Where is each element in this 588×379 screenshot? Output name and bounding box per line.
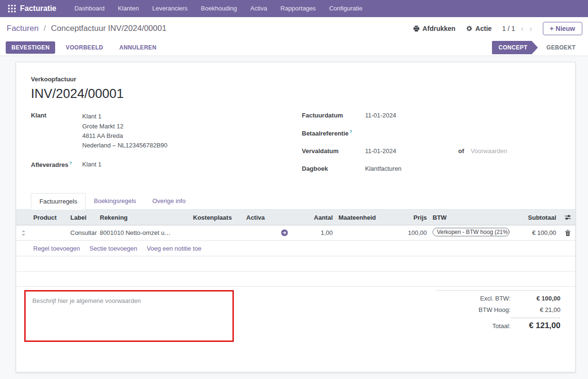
- header-kostenplaats[interactable]: Kostenplaats: [190, 214, 243, 221]
- table-footer-links: Regel toevoegen Sectie toevoegen Voeg ee…: [16, 241, 575, 256]
- header-btw[interactable]: BTW: [430, 214, 511, 221]
- optional-columns-button[interactable]: [559, 214, 576, 221]
- header-prijs[interactable]: Prijs: [389, 214, 430, 221]
- factuurdatum-value[interactable]: 11-01-2024: [365, 112, 396, 119]
- statusbar-stages: CONCEPT GEBOEKT: [492, 41, 582, 54]
- cancel-button[interactable]: ANNULEREN: [114, 41, 162, 54]
- stage-concept[interactable]: CONCEPT: [492, 41, 538, 54]
- breadcrumb-parent-link[interactable]: Facturen: [7, 24, 39, 33]
- pager: 1 / 1 ‹ ›: [502, 24, 532, 33]
- stage-geboekt[interactable]: GEBOEKT: [540, 41, 582, 54]
- add-section-link[interactable]: Sectie toevoegen: [89, 245, 137, 252]
- nav-item-configuratie[interactable]: Configuratie: [324, 0, 367, 17]
- total-row-tax: BTW Hoog: € 21,00: [436, 306, 560, 313]
- print-button[interactable]: Afdrukken: [413, 25, 455, 32]
- pager-previous-icon[interactable]: ‹: [521, 24, 524, 33]
- total-value: € 121,00: [511, 318, 560, 330]
- klant-label: Klant: [31, 112, 82, 150]
- vervaldatum-value[interactable]: 11-01-2024: [365, 147, 458, 155]
- cell-btw[interactable]: Verkopen - BTW hoog (21%): [430, 228, 511, 238]
- factuurdatum-label: Factuurdatum: [302, 112, 365, 119]
- cell-rekening[interactable]: 8001010 Netto-omzet u…: [97, 229, 190, 236]
- add-note-link[interactable]: Voeg een notitie toe: [147, 245, 202, 252]
- header-label[interactable]: Label: [67, 214, 97, 221]
- field-afleveradres: Afleveradres? Klant 1: [31, 161, 302, 168]
- klant-address-line2: 4811 AA Breda: [82, 131, 167, 141]
- betaalvoorwaarden-input[interactable]: Voorwaarden: [471, 147, 507, 155]
- tax-label: BTW Hoog:: [479, 306, 511, 313]
- of-label: of: [458, 147, 464, 155]
- breadcrumb: Facturen / Conceptfactuur INV/2024/00001: [7, 24, 166, 33]
- new-button[interactable]: + Nieuw: [543, 22, 582, 35]
- nav-item-leveranciers[interactable]: Leveranciers: [147, 0, 192, 17]
- delete-line-button[interactable]: [559, 230, 576, 236]
- cell-aantal[interactable]: 1,00: [292, 229, 336, 236]
- statusbar: BEVESTIGEN VOORBEELD ANNULEREN CONCEPT G…: [0, 39, 588, 56]
- confirm-button[interactable]: BEVESTIGEN: [6, 41, 55, 54]
- tab-boekingsregels[interactable]: Boekingsregels: [86, 193, 144, 210]
- header-maateenheid[interactable]: Maateenheid: [336, 214, 389, 221]
- header-activa[interactable]: Activa: [243, 214, 277, 221]
- drag-handle-icon[interactable]: [16, 230, 30, 236]
- empty-table-row: [16, 256, 575, 272]
- help-icon: ?: [349, 129, 352, 134]
- pager-next-icon[interactable]: ›: [530, 24, 532, 33]
- empty-table-row: [16, 272, 575, 287]
- field-factuurdatum: Factuurdatum 11-01-2024: [302, 112, 561, 119]
- breadcrumb-current: Conceptfactuur INV/2024/00001: [51, 24, 166, 33]
- header-product[interactable]: Product: [30, 214, 67, 221]
- tab-overige-info[interactable]: Overige info: [144, 193, 193, 210]
- plus-icon: +: [550, 25, 554, 32]
- apps-grid-icon[interactable]: [8, 4, 16, 13]
- notebook-tabs: Factuurregels Boekingsregels Overige inf…: [16, 193, 575, 210]
- breadcrumb-separator: /: [44, 24, 46, 33]
- totals-block: Excl. BTW: € 100,00 BTW Hoog: € 21,00 To…: [436, 290, 560, 342]
- help-icon: ?: [69, 161, 72, 165]
- betaalreferentie-label: Betaalreferentie: [302, 130, 348, 137]
- total-label: Totaal:: [492, 322, 511, 330]
- nav-item-dashboard[interactable]: Dashboard: [69, 0, 109, 17]
- internal-link-icon[interactable]: [277, 229, 292, 236]
- field-betaalreferentie: Betaalreferentie?: [302, 129, 561, 137]
- content-area: Verkoopfactuur INV/2024/00001 Klant Klan…: [0, 56, 588, 379]
- klant-address-line3: Nederland – NL123456782B90: [82, 141, 167, 150]
- cell-prijs[interactable]: 100,00: [389, 229, 430, 236]
- trash-icon: [565, 230, 571, 236]
- invoice-number: INV/2024/00001: [31, 87, 575, 101]
- klant-address-line1: Grote Markt 12: [82, 122, 167, 131]
- total-row-total: Totaal: € 121,00: [436, 318, 560, 330]
- preview-button[interactable]: VOORBEELD: [60, 41, 109, 54]
- pager-value: 1 / 1: [502, 25, 515, 32]
- invoice-lines-table: Product Label Rekening Kostenplaats Acti…: [16, 210, 575, 287]
- invoice-line-row[interactable]: Consultancy 8001010 Netto-omzet u… 1,00 …: [16, 225, 575, 241]
- untaxed-value: € 100,00: [511, 295, 560, 302]
- btw-tag[interactable]: Verkopen - BTW hoog (21%): [433, 228, 510, 236]
- header-rekening[interactable]: Rekening: [97, 214, 190, 221]
- tax-value: € 21,00: [511, 306, 560, 313]
- table-header-row: Product Label Rekening Kostenplaats Acti…: [16, 210, 575, 225]
- header-subtotaal[interactable]: Subtotaal: [511, 214, 559, 221]
- action-button[interactable]: Actie: [466, 25, 492, 32]
- nav-item-boekhouding[interactable]: Boekhouding: [196, 0, 242, 17]
- add-line-link[interactable]: Regel toevoegen: [33, 245, 80, 252]
- control-panel: Facturen / Conceptfactuur INV/2024/00001…: [0, 17, 588, 39]
- header-aantal[interactable]: Aantal: [292, 214, 336, 221]
- app-name[interactable]: Facturatie: [20, 4, 56, 13]
- dagboek-value[interactable]: Klantfacturen: [365, 165, 402, 172]
- cell-label[interactable]: Consultancy: [67, 229, 97, 236]
- nav-item-activa[interactable]: Activa: [246, 0, 272, 17]
- sliders-icon: [564, 214, 571, 221]
- nav-item-rapportages[interactable]: Rapportages: [276, 0, 320, 17]
- afleveradres-label: Afleveradres: [31, 161, 68, 168]
- nav-item-klanten[interactable]: Klanten: [113, 0, 144, 17]
- field-klant: Klant Klant 1 Grote Markt 12 4811 AA Bre…: [31, 112, 302, 150]
- terms-annotation-highlight: Beschrijf hier je algemene voorwaarden: [24, 290, 234, 342]
- invoice-sheet: Verkoopfactuur INV/2024/00001 Klant Klan…: [16, 62, 576, 372]
- terms-textarea[interactable]: Beschrijf hier je algemene voorwaarden: [26, 292, 232, 340]
- top-navbar: Facturatie Dashboard Klanten Leverancier…: [0, 0, 588, 17]
- vervaldatum-label: Vervaldatum: [302, 147, 365, 155]
- gear-icon: [466, 25, 472, 32]
- afleveradres-value[interactable]: Klant 1: [82, 161, 101, 168]
- tab-factuurregels[interactable]: Factuurregels: [31, 193, 86, 210]
- klant-value[interactable]: Klant 1: [82, 112, 167, 121]
